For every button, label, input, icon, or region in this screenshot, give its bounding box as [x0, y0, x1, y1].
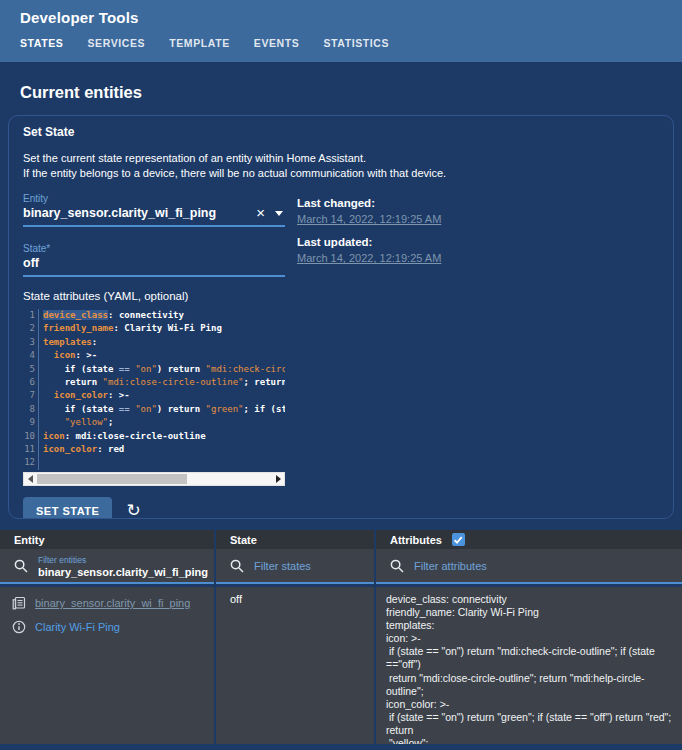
last-changed-link[interactable]: March 14, 2022, 12:19:25 AM	[297, 213, 441, 225]
entity-cell: binary_sensor.clarity_wi_fi_ping Clarity…	[0, 587, 214, 744]
scrollbar-left-arrow-icon[interactable]	[24, 473, 36, 485]
editor-line: 9 "yellow";	[23, 416, 285, 429]
friendly-name-link[interactable]: Clarity Wi-Fi Ping	[35, 621, 120, 633]
editor-line: 6 return "mdi:close-circle-outline"; ret…	[23, 376, 285, 389]
tab-services[interactable]: SERVICES	[87, 37, 145, 57]
attributes-checkbox[interactable]	[452, 533, 465, 546]
entity-field[interactable]: Entity binary_sensor.clarity_wi_fi_ping …	[23, 193, 285, 227]
state-cell: off	[216, 587, 374, 744]
tab-events[interactable]: EVENTS	[254, 37, 300, 57]
editor-line: 11icon_color: red	[23, 443, 285, 456]
editor-line: 8 if (state == "on") return "green"; if …	[23, 403, 285, 416]
card-description-line1: Set the current state representation of …	[23, 151, 659, 166]
column-header-attributes: Attributes	[376, 530, 682, 549]
scrollbar-right-arrow-icon[interactable]	[272, 473, 284, 485]
last-changed-label: Last changed:	[297, 197, 441, 209]
editor-line: 10icon: mdi:close-circle-outline	[23, 430, 285, 443]
app-header: Developer Tools STATESSERVICESTEMPLATEEV…	[0, 0, 682, 62]
search-icon	[14, 559, 28, 573]
header-tabs: STATESSERVICESTEMPLATEEVENTSSTATISTICS	[20, 37, 662, 57]
yaml-editor[interactable]: 1device_class: connectivity2friendly_nam…	[23, 309, 285, 470]
last-updated-label: Last updated:	[297, 236, 441, 248]
card-description-line2: If the entity belongs to a device, there…	[23, 166, 659, 181]
chevron-down-icon[interactable]	[275, 211, 283, 216]
entity-input[interactable]: binary_sensor.clarity_wi_fi_ping	[23, 206, 250, 220]
filter-entities-input[interactable]: Filter entities binary_sensor.clarity_wi…	[0, 549, 214, 584]
column-header-entity: Entity	[0, 530, 214, 549]
search-icon	[390, 559, 404, 573]
app-title: Developer Tools	[20, 9, 662, 26]
table-header-row: Entity State Attributes	[0, 530, 682, 549]
set-state-button[interactable]: SET STATE	[23, 497, 112, 519]
search-icon	[230, 559, 244, 573]
set-state-card: Set State Set the current state represen…	[8, 115, 674, 519]
editor-line: 7 icon_color: >-	[23, 389, 285, 402]
card-title: Set State	[23, 125, 659, 139]
state-field-label: State*	[23, 243, 285, 254]
clear-entity-icon[interactable]: ×	[250, 207, 271, 219]
tab-statistics[interactable]: STATISTICS	[323, 37, 389, 57]
yaml-attributes-label: State attributes (YAML, optional)	[23, 290, 659, 302]
filter-entities-value: binary_sensor.clarity_wi_fi_ping	[38, 566, 208, 578]
editor-line: 5 if (state == "on") return "mdi:check-c…	[23, 363, 285, 376]
entities-table: Entity State Attributes Filter entities …	[0, 530, 682, 746]
yaml-editor-lines: 1device_class: connectivity2friendly_nam…	[23, 309, 285, 470]
attributes-cell: device_class: connectivityfriendly_name:…	[376, 587, 682, 744]
state-field[interactable]: State* off	[23, 243, 285, 277]
filter-states-input[interactable]: Filter states	[216, 549, 374, 584]
editor-line: 4 icon: >-	[23, 349, 285, 362]
filter-entities-label: Filter entities	[38, 555, 208, 565]
refresh-icon[interactable]: ↻	[126, 502, 140, 519]
entity-id-link[interactable]: binary_sensor.clarity_wi_fi_ping	[35, 597, 190, 609]
state-input[interactable]: off	[23, 256, 285, 270]
filter-attributes-placeholder: Filter attributes	[414, 560, 487, 572]
last-updated-link[interactable]: March 14, 2022, 12:19:25 AM	[297, 252, 441, 264]
info-icon[interactable]	[12, 620, 26, 634]
copy-icon[interactable]	[12, 596, 26, 610]
editor-horizontal-scrollbar[interactable]	[23, 472, 285, 486]
table-filter-row: Filter entities binary_sensor.clarity_wi…	[0, 549, 682, 584]
table-row: binary_sensor.clarity_wi_fi_ping Clarity…	[0, 587, 682, 744]
card-description: Set the current state representation of …	[23, 151, 659, 181]
editor-line: 12	[23, 456, 285, 469]
filter-states-placeholder: Filter states	[254, 560, 311, 572]
tab-states[interactable]: STATES	[20, 37, 63, 57]
scrollbar-thumb[interactable]	[37, 474, 187, 484]
tab-template[interactable]: TEMPLATE	[169, 37, 230, 57]
editor-line: 1device_class: connectivity	[23, 309, 285, 322]
editor-line: 2friendly_name: Clarity Wi-Fi Ping	[23, 322, 285, 335]
state-value: off	[224, 593, 366, 605]
filter-attributes-input[interactable]: Filter attributes	[376, 549, 682, 584]
editor-line: 3templates:	[23, 336, 285, 349]
page-title: Current entities	[20, 83, 662, 102]
attributes-cell-text: device_class: connectivityfriendly_name:…	[384, 593, 674, 744]
entity-field-label: Entity	[23, 193, 285, 204]
column-header-state: State	[216, 530, 374, 549]
